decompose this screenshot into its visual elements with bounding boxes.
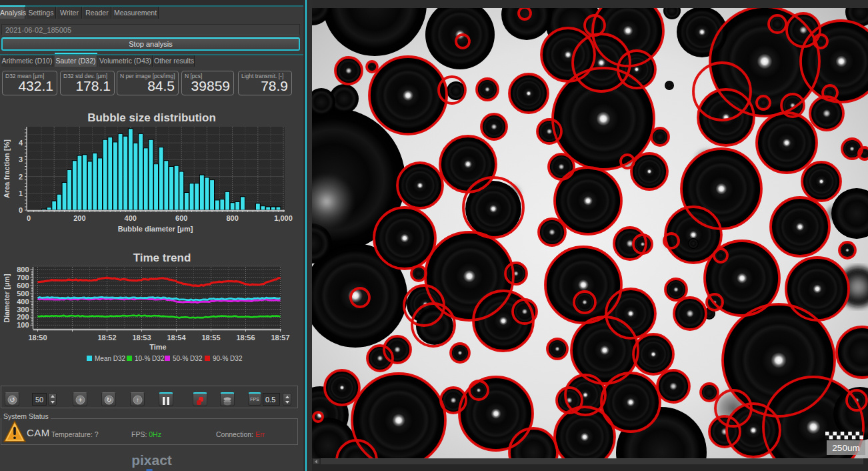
svg-text:400: 400 bbox=[17, 298, 29, 306]
svg-text:Time: Time bbox=[149, 343, 166, 351]
svg-text:18:57: 18:57 bbox=[271, 334, 289, 342]
svg-text:600: 600 bbox=[17, 282, 29, 290]
svg-text:400: 400 bbox=[125, 214, 137, 222]
svg-text:3: 3 bbox=[19, 155, 23, 163]
svg-text:1: 1 bbox=[19, 189, 23, 197]
svg-text:4: 4 bbox=[19, 139, 23, 147]
svg-text:800: 800 bbox=[226, 214, 238, 222]
svg-text:500: 500 bbox=[17, 290, 29, 298]
svg-text:0: 0 bbox=[27, 214, 31, 222]
svg-text:18:50: 18:50 bbox=[28, 334, 47, 342]
svg-text:↻: ↻ bbox=[106, 396, 111, 404]
svg-text:18:56: 18:56 bbox=[236, 334, 255, 342]
svg-text:200: 200 bbox=[73, 214, 85, 222]
svg-text:600: 600 bbox=[175, 214, 187, 222]
svg-text:2: 2 bbox=[19, 173, 23, 181]
svg-text:↺: ↺ bbox=[9, 396, 15, 404]
svg-text:Mean D32: Mean D32 bbox=[95, 355, 126, 362]
svg-text:1,000: 1,000 bbox=[274, 214, 293, 222]
svg-text:Area fraction [%]: Area fraction [%] bbox=[3, 139, 11, 198]
svg-text:250um: 250um bbox=[832, 443, 859, 453]
svg-text:18:53: 18:53 bbox=[132, 334, 151, 342]
svg-text:700: 700 bbox=[17, 274, 29, 282]
svg-text:800: 800 bbox=[17, 266, 29, 274]
svg-text:300: 300 bbox=[17, 306, 29, 314]
svg-text:18:52: 18:52 bbox=[97, 334, 116, 342]
svg-text:18:55: 18:55 bbox=[201, 334, 220, 342]
svg-text:18:54: 18:54 bbox=[167, 334, 186, 342]
svg-text:200: 200 bbox=[17, 313, 29, 321]
svg-text:Bubble diameter [µm]: Bubble diameter [µm] bbox=[118, 225, 193, 233]
svg-text:+: + bbox=[78, 396, 82, 404]
svg-text:10-% D32: 10-% D32 bbox=[135, 355, 165, 362]
svg-text:50-% D32: 50-% D32 bbox=[173, 355, 203, 362]
svg-text:100: 100 bbox=[17, 321, 29, 329]
svg-text:90-% D32: 90-% D32 bbox=[213, 355, 243, 362]
svg-text:↑: ↑ bbox=[136, 396, 139, 404]
svg-text:0: 0 bbox=[19, 206, 23, 214]
svg-text:Diameter [µm]: Diameter [µm] bbox=[3, 274, 11, 323]
